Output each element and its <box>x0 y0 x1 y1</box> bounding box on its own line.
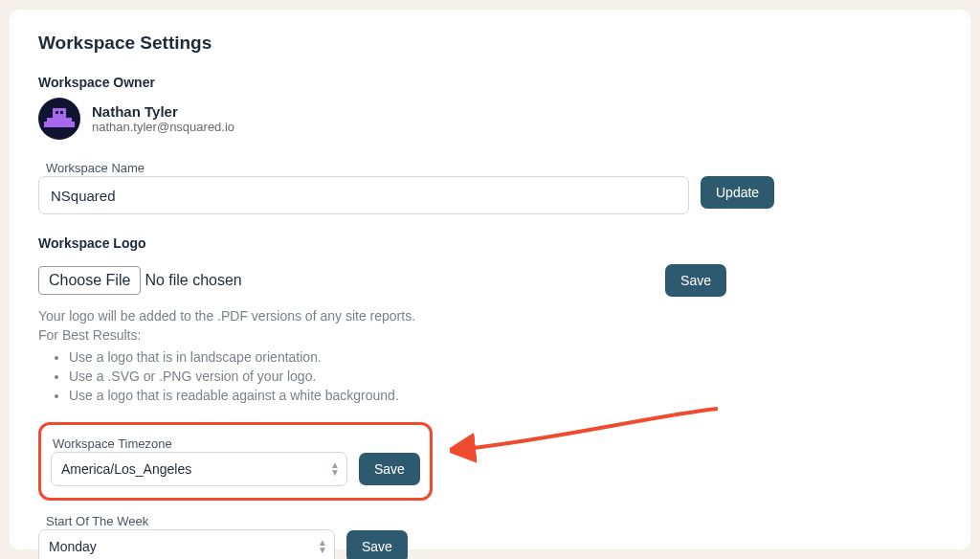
owner-section-label: Workspace Owner <box>38 75 942 90</box>
timezone-highlight-box: Workspace Timezone America/Los_Angeles ▲… <box>38 422 433 501</box>
file-status: No file chosen <box>145 272 241 289</box>
update-button[interactable]: Update <box>701 176 774 209</box>
workspace-name-input[interactable] <box>38 176 689 214</box>
workspace-name-label: Workspace Name <box>46 161 942 175</box>
avatar <box>38 98 80 140</box>
page-title: Workspace Settings <box>38 33 942 54</box>
timezone-save-button[interactable]: Save <box>359 453 420 485</box>
logo-help-heading: For Best Results: <box>38 325 942 345</box>
logo-help-intro: Your logo will be added to the .PDF vers… <box>38 306 942 325</box>
timezone-select[interactable]: America/Los_Angeles <box>51 452 347 486</box>
owner-name: Nathan Tyler <box>92 103 234 120</box>
logo-help-item: Use a .SVG or .PNG version of your logo. <box>69 367 942 386</box>
logo-section-label: Workspace Logo <box>38 235 942 251</box>
choose-file-button[interactable]: Choose File <box>38 266 141 295</box>
annotation-arrow-icon <box>450 397 737 474</box>
logo-help-item: Use a logo that is in landscape orientat… <box>69 347 942 367</box>
timezone-label: Workspace Timezone <box>53 436 420 451</box>
logo-help: Your logo will be added to the .PDF vers… <box>38 306 942 405</box>
owner-info: Nathan Tyler nathan.tyler@nsquared.io <box>92 103 234 134</box>
start-of-week-label: Start Of The Week <box>46 514 942 528</box>
logo-save-button[interactable]: Save <box>665 264 726 297</box>
owner-email: nathan.tyler@nsquared.io <box>92 120 234 134</box>
avatar-pixel-icon <box>47 108 72 130</box>
start-of-week-select[interactable]: Monday <box>38 529 335 559</box>
start-of-week-save-button[interactable]: Save <box>346 530 408 559</box>
logo-help-item: Use a logo that is readable against a wh… <box>69 386 942 405</box>
owner-row: Nathan Tyler nathan.tyler@nsquared.io <box>38 98 942 140</box>
settings-card: Workspace Settings Workspace Owner Natha… <box>10 10 970 549</box>
